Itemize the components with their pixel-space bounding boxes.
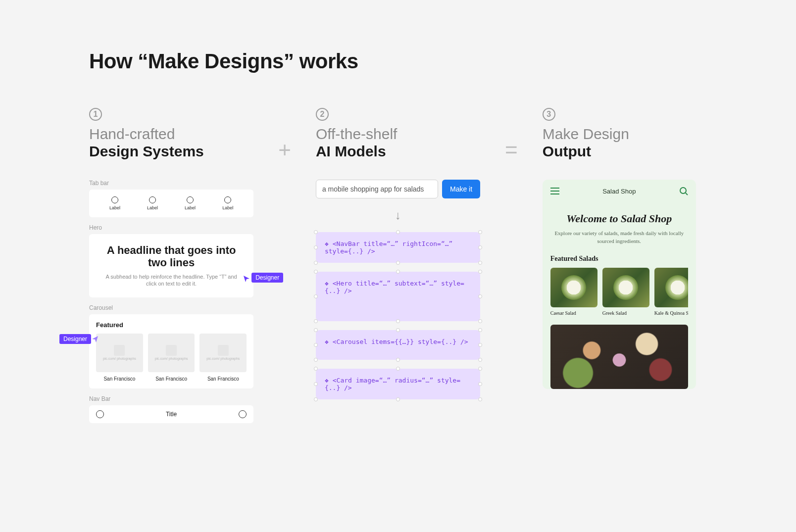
arrow-down-icon: ↓ [316,208,480,222]
salad-carousel: Caesar Salad Greek Salad Kale & Quinoa S… [550,268,688,316]
code-block-hero: ❖<Hero title=“…” subtext=“…” style={..} … [316,272,480,321]
phone-large-image [550,325,688,389]
code-text: <Carousel items={{…}} style={..} /> [333,338,468,345]
col3-title-line2: Output [543,143,707,160]
designer-cursor-1: Designer [244,273,283,283]
circle-icon [239,410,247,418]
code-text: <Hero title=“…” subtext=“…” style={..} /… [325,280,464,294]
featured-section-title: Featured Salads [550,255,688,263]
col2-header: 2 Off-the-shelf AI Models [316,108,480,160]
carousel-component: Designer Featured pic.com/ photographsSa… [89,314,253,388]
col2-title-line1: Off-the-shelf [316,126,480,143]
cursor-icon [91,335,99,343]
plus-operator: + [278,138,291,162]
carousel-item: pic.com/ photographsSan Francisco [199,334,247,382]
circle-icon [224,196,231,203]
search-icon[interactable] [679,187,688,195]
step-3-badge: 3 [543,108,555,121]
phone-featured-section: Featured Salads Caesar Salad Greek Salad… [543,250,696,316]
step-2-badge: 2 [316,108,329,121]
hero-component: A headline that goes into two lines A su… [89,234,253,297]
svg-rect-0 [114,345,125,356]
col3-header: 3 Make Design Output [543,108,707,160]
hero-label: Hero [89,224,253,231]
tab-item: Label [222,196,233,210]
tab-label: Label [109,205,120,210]
tab-item: Label [185,196,196,210]
diamond-icon: ❖ [325,377,329,384]
hamburger-icon[interactable] [550,188,559,194]
cursor-badge-label: Designer [59,334,91,344]
tabbar-label: Tab bar [89,180,253,187]
tab-label: Label [185,205,196,210]
cursor-badge-label: Designer [251,273,283,283]
cursor-icon [243,275,250,283]
phone-navbar: Salad Shop [543,180,696,202]
carousel-caption: San Francisco [103,376,135,382]
salad-name: Greek Salad [602,310,649,316]
tab-item: Label [109,196,120,210]
image-icon [218,345,229,356]
image-icon [166,345,177,356]
salad-card[interactable]: Greek Salad [602,268,649,316]
carousel-title: Featured [96,321,247,329]
svg-rect-2 [218,345,229,356]
col3-title-line1: Make Design [543,126,707,143]
phone-mockup: Salad Shop Welcome to Salad Shop Explore… [543,180,696,389]
salad-image [550,268,597,307]
carousel-item: pic.com/ photographsSan Francisco [148,334,195,382]
circle-icon [149,196,156,203]
phone-hero-subtitle: Explore our variety of salads, made fres… [554,230,684,245]
circle-icon [187,196,194,203]
diamond-icon: ❖ [325,240,329,247]
placeholder-text: pic.com/ photographs [155,357,188,361]
image-placeholder: pic.com/ photographs [199,334,247,372]
tab-label: Label [222,205,233,210]
svg-point-3 [680,188,686,193]
circle-icon [111,196,118,203]
carousel-caption: San Francisco [155,376,187,382]
code-block-carousel: ❖<Carousel items={{…}} style={..} /> [316,330,480,360]
columns: 1 Hand-crafted Design Systems Tab bar La… [89,108,707,423]
phone-hero-title: Welcome to Salad Shop [554,212,684,225]
carousel-caption: San Francisco [207,376,239,382]
prompt-input[interactable] [316,180,438,198]
tab-item: Label [147,196,158,210]
column-ai-models: 2 Off-the-shelf AI Models Make it ↓ ❖<Na… [316,108,480,408]
col1-header: 1 Hand-crafted Design Systems [89,108,253,160]
code-text: <NavBar title=“…” rightIcon=“…” style={.… [325,240,452,255]
col2-title-line2: AI Models [316,143,480,160]
diamond-icon: ❖ [325,280,329,287]
image-placeholder: pic.com/ photographs [96,334,143,372]
page-title: How “Make Designs” works [89,49,707,73]
prompt-row: Make it [316,180,480,198]
tab-label: Label [147,205,158,210]
hero-subhead: A subhead to help reinforce the headline… [101,273,242,288]
code-block-navbar: ❖<NavBar title=“…” rightIcon=“…” style={… [316,232,480,263]
hero-headline: A headline that goes into two lines [101,244,242,269]
svg-rect-1 [166,345,177,356]
salad-image [654,268,688,307]
salad-card[interactable]: Kale & Quinoa Salad [654,268,688,316]
tabbar-component: Label Label Label Label [89,190,253,217]
carousel-label: Carousel [89,304,253,311]
col1-title-line1: Hand-crafted [89,126,253,143]
make-it-button[interactable]: Make it [442,180,480,198]
phone-hero: Welcome to Salad Shop Explore our variet… [543,202,696,250]
code-text: <Card image=“…” radius=“…” style={..} /> [325,377,460,391]
image-placeholder: pic.com/ photographs [148,334,195,372]
image-icon [114,345,125,356]
salad-name: Kale & Quinoa Salad [654,310,688,316]
salad-card[interactable]: Caesar Salad [550,268,597,316]
phone-app-title: Salad Shop [602,188,636,195]
placeholder-text: pic.com/ photographs [206,357,240,361]
col1-title-line2: Design Systems [89,143,253,160]
salad-image [602,268,649,307]
navbar-label: Nav Bar [89,395,253,402]
equals-operator: = [505,138,518,162]
column-design-systems: 1 Hand-crafted Design Systems Tab bar La… [89,108,253,423]
column-output: 3 Make Design Output Salad Shop Welcome … [543,108,707,389]
navbar-title: Title [166,411,177,418]
code-block-card: ❖<Card image=“…” radius=“…” style={..} /… [316,369,480,399]
designer-cursor-2: Designer [59,334,99,344]
